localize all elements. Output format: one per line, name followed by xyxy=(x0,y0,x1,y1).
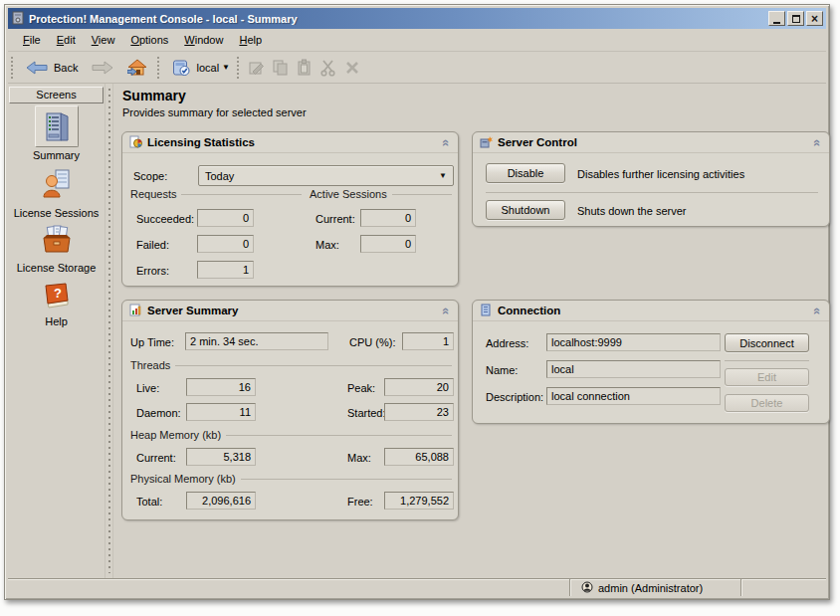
home-button[interactable] xyxy=(120,57,154,78)
started-value: 23 xyxy=(384,403,454,421)
menu-options[interactable]: Options xyxy=(122,30,176,50)
server-selector[interactable]: local ▼ xyxy=(165,57,234,79)
close-button[interactable]: × xyxy=(806,11,823,26)
shutdown-button[interactable]: Shutdown xyxy=(486,200,565,220)
window-title: Protection! Management Console - local -… xyxy=(29,13,766,25)
divider xyxy=(725,360,809,361)
app-icon xyxy=(11,11,25,27)
copy-icon xyxy=(272,59,290,77)
maximize-icon xyxy=(792,15,800,23)
minimize-icon xyxy=(773,22,780,24)
sidebar-item-label: License Storage xyxy=(8,262,105,274)
address-field[interactable]: localhost:9999 xyxy=(546,333,721,351)
delete-button: Delete xyxy=(725,394,809,412)
description-field[interactable]: local connection xyxy=(546,387,721,405)
live-value: 16 xyxy=(186,378,256,396)
peak-label: Peak: xyxy=(347,382,375,394)
scope-dropdown[interactable]: Today ▼ xyxy=(198,165,454,186)
sidebar: Screens Summary xyxy=(8,84,105,578)
started-label: Started: xyxy=(347,407,386,419)
screens-header-button[interactable]: Screens xyxy=(9,87,104,103)
physical-total-value: 2,096,616 xyxy=(186,492,256,510)
sidebar-splitter[interactable] xyxy=(105,84,113,578)
app-window: Protection! Management Console - local -… xyxy=(4,4,830,600)
panel-title: Connection xyxy=(498,305,814,316)
panel-server-summary: Server Summary « Up Time: 2 min. 34 sec.… xyxy=(121,300,459,520)
collapse-chevron-icon[interactable]: « xyxy=(810,138,825,145)
toolbar-drag-handle[interactable] xyxy=(11,57,14,79)
toolbar-separator xyxy=(157,57,160,79)
edit-button: Edit xyxy=(725,368,809,386)
heap-memory-group: Heap Memory (kb) xyxy=(130,429,452,441)
forward-button xyxy=(85,59,120,77)
server-console-icon xyxy=(172,59,190,77)
errors-value: 1 xyxy=(197,261,254,279)
menu-window[interactable]: Window xyxy=(176,30,231,50)
physical-memory-group-label: Physical Memory (kb) xyxy=(130,473,236,485)
license-storage-icon xyxy=(33,222,81,260)
succeeded-value: 0 xyxy=(197,209,254,227)
toolbar: Back xyxy=(8,52,826,83)
main-content: Summary Provides summary for selected se… xyxy=(113,84,826,578)
menu-help[interactable]: Help xyxy=(231,30,270,50)
disable-description: Disables further licensing activities xyxy=(577,168,744,180)
active-sessions-group-label: Active Sessions xyxy=(310,188,387,200)
home-icon xyxy=(127,59,147,76)
divider xyxy=(486,192,818,193)
menu-view[interactable]: View xyxy=(84,30,123,50)
daemon-label: Daemon: xyxy=(136,407,181,419)
maximize-button[interactable] xyxy=(787,11,804,26)
max-sessions-label: Max: xyxy=(315,239,339,251)
active-sessions-group: Active Sessions xyxy=(310,188,452,200)
collapse-chevron-icon[interactable]: « xyxy=(810,307,825,313)
panel-title: Server Control xyxy=(498,136,814,148)
server-summary-icon xyxy=(129,304,142,318)
sidebar-item-license-sessions[interactable]: License Sessions xyxy=(8,165,105,219)
heap-memory-group-label: Heap Memory (kb) xyxy=(130,429,221,441)
sidebar-item-label: License Sessions xyxy=(8,207,105,219)
panel-header: Connection « xyxy=(473,301,829,321)
shutdown-description: Shuts down the server xyxy=(577,205,686,217)
back-arrow-icon xyxy=(26,61,48,75)
disconnect-button[interactable]: Disconnect xyxy=(725,333,809,352)
licensing-statistics-icon xyxy=(129,135,142,150)
scope-dropdown-value: Today xyxy=(205,170,234,182)
svg-text:?: ? xyxy=(54,286,62,301)
heap-max-value: 65,088 xyxy=(384,448,454,466)
sidebar-item-label: Summary xyxy=(8,149,105,161)
workspace: Screens Summary xyxy=(8,83,826,578)
address-label: Address: xyxy=(486,337,528,349)
description-label: Description: xyxy=(486,391,543,403)
page-title: Summary xyxy=(122,88,186,103)
collapse-chevron-icon[interactable]: « xyxy=(439,138,454,145)
sidebar-item-help[interactable]: ? Help xyxy=(8,279,105,327)
menubar: File Edit View Options Window Help xyxy=(8,29,826,52)
sidebar-item-license-storage[interactable]: License Storage xyxy=(8,222,105,274)
threads-group-label: Threads xyxy=(130,359,170,371)
menu-edit[interactable]: Edit xyxy=(49,30,84,50)
succeeded-label: Succeeded: xyxy=(136,213,194,225)
panel-title: Licensing Statistics xyxy=(147,136,443,148)
server-icon xyxy=(35,105,79,147)
cpu-value: 1 xyxy=(402,332,454,350)
threads-group: Threads xyxy=(130,359,452,371)
name-field[interactable]: local xyxy=(546,360,721,378)
errors-label: Errors: xyxy=(136,265,169,277)
disable-button[interactable]: Disable xyxy=(486,163,565,183)
current-sessions-label: Current: xyxy=(315,213,355,225)
back-button[interactable]: Back xyxy=(19,59,85,77)
sidebar-item-label: Help xyxy=(8,315,105,327)
failed-value: 0 xyxy=(197,235,254,253)
minimize-button[interactable] xyxy=(768,11,785,26)
delete-icon xyxy=(343,59,361,77)
panel-header: Server Control « xyxy=(473,132,829,153)
statusbar-message-cell xyxy=(8,579,569,596)
sidebar-item-summary[interactable]: Summary xyxy=(8,105,105,161)
server-control-icon xyxy=(480,135,493,150)
menu-file[interactable]: File xyxy=(15,30,49,50)
collapse-chevron-icon[interactable]: « xyxy=(439,307,454,313)
cut-icon xyxy=(319,59,337,77)
panel-header: Server Summary « xyxy=(122,301,458,321)
paste-icon xyxy=(296,59,314,77)
physical-free-label: Free: xyxy=(347,496,373,508)
